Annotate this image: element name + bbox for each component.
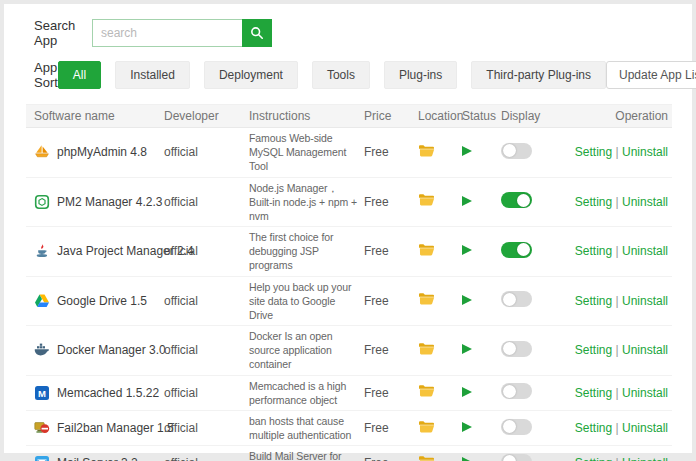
display-toggle[interactable] <box>501 291 532 307</box>
play-icon[interactable] <box>462 295 472 305</box>
setting-link[interactable]: Setting <box>575 343 612 357</box>
setting-link[interactable]: Setting <box>575 294 612 308</box>
table-row: PM2 Manager 4.2.3 official Node.js Manag… <box>26 178 672 228</box>
search-button[interactable] <box>242 19 272 47</box>
search-icon <box>250 26 264 40</box>
update-app-list-button[interactable]: Update App List <box>606 61 696 89</box>
app-price: Free <box>364 294 418 308</box>
play-icon[interactable] <box>462 344 472 354</box>
app-developer: official <box>164 195 249 209</box>
app-developer: official <box>164 456 249 461</box>
app-price: Free <box>364 421 418 435</box>
svg-text:M: M <box>38 387 46 398</box>
display-toggle[interactable] <box>501 143 532 159</box>
play-icon[interactable] <box>462 457 472 461</box>
display-toggle[interactable] <box>501 383 532 399</box>
sort-tab-installed[interactable]: Installed <box>115 61 190 89</box>
uninstall-link[interactable]: Uninstall <box>612 244 668 258</box>
uninstall-link[interactable]: Uninstall <box>612 456 668 461</box>
header-location: Location <box>418 109 462 123</box>
app-instructions: Famous Web-side MySQL Management Tool <box>249 128 364 177</box>
app-price: Free <box>364 244 418 258</box>
uninstall-link[interactable]: Uninstall <box>612 145 668 159</box>
sort-tab-thirdparty-plugins[interactable]: Third-party Plug-ins <box>471 61 606 89</box>
folder-icon[interactable] <box>418 243 435 257</box>
display-toggle[interactable] <box>501 454 532 461</box>
uninstall-link[interactable]: Uninstall <box>612 195 668 209</box>
app-price: Free <box>364 195 418 209</box>
app-instructions: Help you back up your site data to Googl… <box>249 277 364 326</box>
setting-link[interactable]: Setting <box>575 421 612 435</box>
table-row: phpMyAdmin 4.8 official Famous Web-side … <box>26 128 672 178</box>
display-toggle[interactable] <box>501 192 532 208</box>
search-row: Search App <box>4 4 692 48</box>
setting-link[interactable]: Setting <box>575 386 612 400</box>
table-row: M Memcached 1.5.22 official Memcached is… <box>26 376 672 411</box>
uninstall-link[interactable]: Uninstall <box>612 343 668 357</box>
setting-link[interactable]: Setting <box>575 456 612 461</box>
java-icon <box>34 243 50 259</box>
folder-icon[interactable] <box>418 420 435 434</box>
sort-tab-all[interactable]: All <box>58 61 101 89</box>
search-box <box>92 19 272 47</box>
display-toggle[interactable] <box>501 242 532 258</box>
app-price: Free <box>364 343 418 357</box>
app-name: Memcached 1.5.22 <box>57 386 159 400</box>
folder-icon[interactable] <box>418 342 435 356</box>
app-instructions: The first choice for debugging JSP progr… <box>249 227 364 276</box>
header-display: Display <box>501 109 561 123</box>
app-instructions: Memcached is a high performance object <box>249 376 364 410</box>
header-operation: Operation <box>561 109 672 123</box>
uninstall-link[interactable]: Uninstall <box>612 421 668 435</box>
header-price: Price <box>364 109 418 123</box>
search-input[interactable] <box>92 19 242 47</box>
sort-row: App Sort All Installed Deployment Tools … <box>4 48 692 102</box>
play-icon[interactable] <box>462 245 472 255</box>
table-row: Docker Manager 3.0 official Docker Is an… <box>26 326 672 376</box>
play-icon[interactable] <box>462 146 472 156</box>
app-name: Mail Server 3.2 <box>57 456 138 461</box>
display-toggle[interactable] <box>501 419 532 435</box>
uninstall-link[interactable]: Uninstall <box>612 294 668 308</box>
app-developer: official <box>164 294 249 308</box>
folder-icon[interactable] <box>418 193 435 207</box>
folder-icon[interactable] <box>418 384 435 398</box>
app-name: PM2 Manager 4.2.3 <box>57 195 162 209</box>
app-name: Docker Manager 3.0 <box>57 343 166 357</box>
pm2-icon <box>34 194 50 210</box>
setting-link[interactable]: Setting <box>575 145 612 159</box>
header-software-name: Software name <box>34 109 164 123</box>
table-row: Fail2ban Manager 1.5 official ban hosts … <box>26 411 672 446</box>
folder-icon[interactable] <box>418 292 435 306</box>
folder-icon[interactable] <box>418 455 435 461</box>
app-instructions: ban hosts that cause multiple authentica… <box>249 411 364 445</box>
header-instructions: Instructions <box>249 109 364 123</box>
display-toggle[interactable] <box>501 341 532 357</box>
play-icon[interactable] <box>462 422 472 432</box>
sort-tab-tools[interactable]: Tools <box>312 61 370 89</box>
phpmyadmin-icon <box>34 144 50 160</box>
sort-tab-deployment[interactable]: Deployment <box>204 61 298 89</box>
app-name: Fail2ban Manager 1.5 <box>57 421 174 435</box>
app-name: phpMyAdmin 4.8 <box>57 145 147 159</box>
app-developer: official <box>164 343 249 357</box>
app-instructions: Build Mail Server for yourself <box>249 446 364 461</box>
folder-icon[interactable] <box>418 144 435 158</box>
setting-link[interactable]: Setting <box>575 195 612 209</box>
fail2ban-icon <box>34 420 50 436</box>
app-price: Free <box>364 145 418 159</box>
app-name: Google Drive 1.5 <box>57 294 147 308</box>
play-icon[interactable] <box>462 196 472 206</box>
header-status: Status <box>462 109 501 123</box>
setting-link[interactable]: Setting <box>575 244 612 258</box>
app-developer: official <box>164 421 249 435</box>
table-row: Google Drive 1.5 official Help you back … <box>26 277 672 327</box>
app-table: Software name Developer Instructions Pri… <box>26 104 672 461</box>
uninstall-link[interactable]: Uninstall <box>612 386 668 400</box>
table-header: Software name Developer Instructions Pri… <box>26 105 672 128</box>
google-drive-icon <box>34 293 50 309</box>
app-developer: official <box>164 386 249 400</box>
play-icon[interactable] <box>462 387 472 397</box>
app-developer: official <box>164 145 249 159</box>
sort-tab-plugins[interactable]: Plug-ins <box>384 61 457 89</box>
